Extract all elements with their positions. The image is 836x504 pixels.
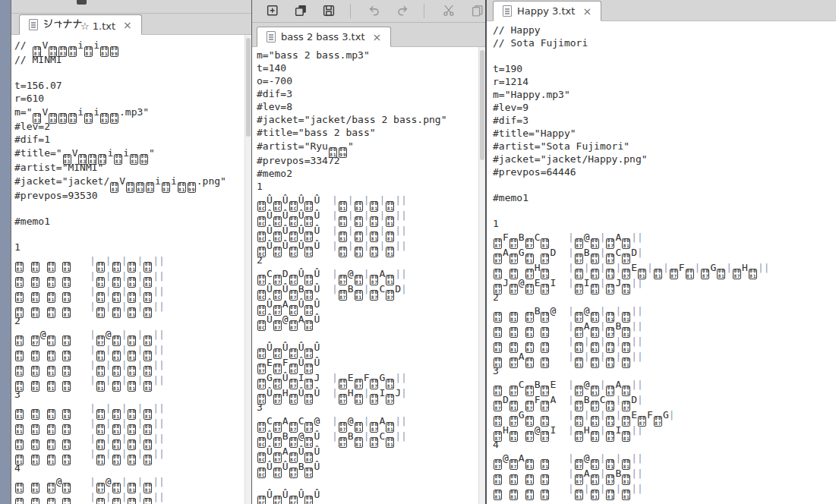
editor-line: 0087D0081 0087F0087A |0087B0087C0081|008… <box>493 392 833 408</box>
missing-glyph-hex-box: 0081 <box>128 381 136 392</box>
missing-glyph-hex-box: 0081 <box>144 498 152 504</box>
editor-line: #memo1 <box>493 191 833 204</box>
editor-line: 008cÛ0087B0087@008cÛ |0087B0081|0087C008… <box>257 429 476 444</box>
missing-glyph-hex-box: 0087 <box>701 269 709 279</box>
missing-glyph-hex-box: 0087 <box>525 284 534 295</box>
editor-line: 008cÛ0087H008cÛ008cÛ |0087H0081|0087I008… <box>257 386 476 401</box>
editor-line: o=-700 <box>257 74 476 87</box>
missing-glyph-hex-box: 0081 <box>525 358 534 368</box>
save-icon[interactable] <box>322 4 336 17</box>
editor-line: #memo1 <box>14 215 244 228</box>
missing-glyph-hex-box: 0083 <box>136 182 144 193</box>
missing-glyph-hex-box: 0087 <box>525 431 534 442</box>
missing-glyph-hex-box: 0081 <box>494 490 502 500</box>
editor-line: #artist="MINMI" <box>14 161 244 174</box>
text-editor-area[interactable]: // 0083V008300830083i0083i00810099// MIN… <box>11 35 251 504</box>
text-editor-area[interactable]: // Happy// Sota Fujimorit=190r=1214m="Ha… <box>487 21 836 504</box>
editor-line: 1 <box>257 180 476 193</box>
editor-line: t=190 <box>493 62 833 75</box>
missing-glyph-hex-box: 0099 <box>110 46 118 57</box>
missing-glyph-hex-box: 0087 <box>273 394 282 405</box>
scrollbar[interactable] <box>478 47 485 504</box>
editor-line <box>493 49 833 62</box>
missing-glyph-hex-box: 0083 <box>114 154 122 165</box>
missing-glyph-hex-box: 0081 <box>100 113 109 124</box>
missing-glyph-hex-box: 008c <box>304 320 313 331</box>
editor-line: 008cÛ0087@0087A008cÛ <box>257 312 476 327</box>
missing-glyph-hex-box: 0081 <box>386 247 394 257</box>
missing-glyph-hex-box: 0081 <box>541 358 549 368</box>
editor-line: 008cÛ008cÛ008cÛ008cÛ |0081|0081|0081|008… <box>257 238 476 254</box>
editor-line: #memo2 <box>257 167 476 180</box>
missing-glyph-hex-box: 0081 <box>355 290 363 301</box>
editor-line: 0081 0087@0081 0081 |0087@0081|0081|0081… <box>14 327 244 342</box>
editor-line: #artist="Ryu00810099" <box>257 139 476 154</box>
missing-glyph-hex-box: 0081 <box>62 455 71 465</box>
missing-glyph-hex-box: 0087 <box>370 290 378 301</box>
tab-label: ☆ 1.txt <box>43 18 115 32</box>
editor-line: 0087A0087G0081 0087D |0087B0081|0087C008… <box>493 245 833 260</box>
missing-glyph-hex-box: 0081 <box>509 490 518 500</box>
missing-glyph-hex-box: 0081 <box>622 358 630 368</box>
missing-glyph-hex-box: 0081 <box>47 498 55 504</box>
editor-line: // Sota Fujimori <box>493 36 833 49</box>
missing-glyph-hex-box: 0099 <box>188 182 196 193</box>
missing-glyph-hex-box: 0081 <box>591 490 599 500</box>
scrollbar-thumb[interactable] <box>246 38 251 137</box>
close-icon[interactable]: × <box>123 20 132 30</box>
redo-icon[interactable] <box>396 4 409 17</box>
missing-glyph-hex-box: 0081 <box>622 431 630 442</box>
missing-glyph-hex-box: 0081 <box>128 455 136 465</box>
undo-icon[interactable] <box>368 4 381 17</box>
editor-line: m="bass 2 bass.mp3" <box>257 49 476 61</box>
tab-happy[interactable]: Happy 3.txt × <box>493 1 601 21</box>
missing-glyph-hex-box: 0087 <box>273 320 282 331</box>
editor-line: #dif=3 <box>257 87 476 100</box>
editor-line: m="0083V008300830083i0083i00810099.mp3" <box>14 105 244 120</box>
missing-glyph-hex-box: 0081 <box>622 284 630 295</box>
editor-line <box>14 228 244 241</box>
scrollbar[interactable] <box>244 35 251 504</box>
editor-line: #lev=2 <box>14 120 244 133</box>
missing-glyph-hex-box: 0081 <box>178 182 186 193</box>
scrollbar-thumb[interactable] <box>480 50 484 160</box>
missing-glyph-hex-box: 0081 <box>591 431 599 442</box>
missing-glyph-hex-box: 0081 <box>355 437 363 448</box>
missing-glyph-hex-box: 008c <box>257 320 266 331</box>
close-icon[interactable]: × <box>582 6 592 17</box>
toolbar <box>252 0 485 23</box>
missing-glyph-hex-box: 0081 <box>96 381 105 392</box>
missing-glyph-hex-box: 008c <box>257 468 266 478</box>
editor-line: #title="0083V008300830083i0083i00810099" <box>14 146 244 161</box>
editor-line <box>14 202 244 215</box>
missing-glyph-hex-box: 0081 <box>112 307 121 318</box>
missing-glyph-hex-box: 0081 <box>47 455 55 465</box>
text-editor-area[interactable]: m="bass 2 bass.mp3"t=140o=-700#dif=3#lev… <box>252 47 485 504</box>
editor-line: #lev=9 <box>493 101 833 114</box>
editor-line: 008cÛ008cÛ0087B008cÛ <box>257 459 476 474</box>
editor-line: #jacket="jacket/0083V008300830083i0083i0… <box>14 174 244 189</box>
missing-glyph-hex-box: 0087 <box>654 416 662 427</box>
editor-line: 008cÛ0087A008cÛ008cÛ <box>257 444 476 459</box>
tab-label-tail: ☆ 1.txt <box>80 20 115 32</box>
new-tab-icon[interactable] <box>266 4 279 17</box>
editor-line: #title="Happy" <box>493 127 833 140</box>
missing-glyph-hex-box: 0081 <box>717 269 725 279</box>
missing-glyph-hex-box: 0083 <box>58 113 67 124</box>
missing-glyph-hex-box: 008c <box>273 247 282 257</box>
copy-icon[interactable] <box>471 4 484 17</box>
missing-glyph-hex-box: 0087 <box>289 320 298 331</box>
editor-line: 0087G008cÛ0087I0087J |0087E0087F0087G008… <box>257 370 476 386</box>
duplicate-tab-icon[interactable] <box>294 4 308 17</box>
missing-glyph-hex-box: 0087 <box>370 437 378 448</box>
tab-shanana[interactable]: ☆ 1.txt × <box>19 14 142 35</box>
desktop-edge-strip <box>0 0 11 504</box>
editor-line: 0081 0081 0081 0081 |0081|0081|0081|0081… <box>493 334 833 349</box>
missing-glyph-hex-box: 0081 <box>144 307 152 318</box>
tab-bass[interactable]: bass 2 bass 3.txt × <box>257 27 391 47</box>
missing-glyph-hex-box: 008c <box>304 247 313 257</box>
close-icon[interactable]: × <box>373 32 382 43</box>
missing-glyph-hex-box: 0081 <box>509 431 518 442</box>
editor-line: 0081 0081 0087B0087@ |0087@0081|0081|008… <box>493 304 833 319</box>
cut-icon[interactable] <box>442 4 456 17</box>
